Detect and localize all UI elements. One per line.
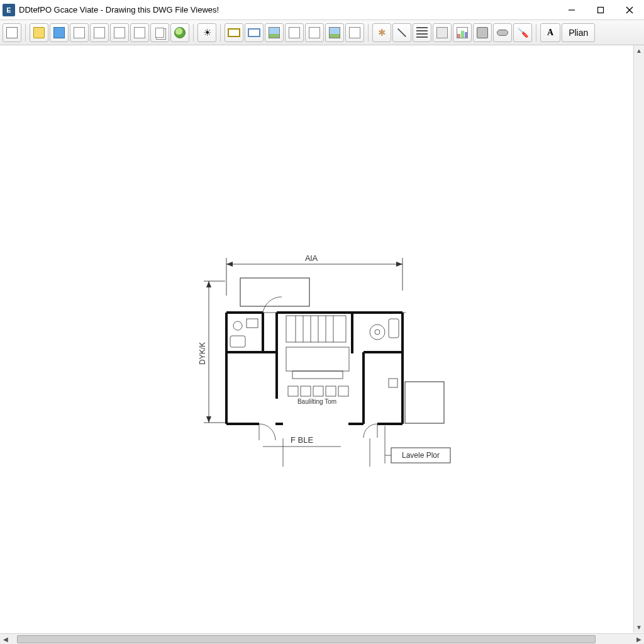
window-button[interactable] (245, 23, 264, 42)
svg-marker-13 (206, 416, 211, 423)
scroll-up-icon[interactable]: ▲ (634, 45, 644, 56)
svg-rect-37 (247, 319, 258, 328)
page-setup-icon (74, 27, 85, 38)
star-icon: ✱ (378, 27, 386, 38)
chart-icon (457, 27, 468, 38)
svg-rect-54 (326, 386, 336, 396)
toolbar-separator (536, 24, 536, 42)
pages-icon (155, 28, 164, 38)
scroll-thumb[interactable] (17, 635, 596, 643)
svg-rect-38 (230, 336, 245, 347)
chart-button[interactable] (453, 23, 472, 42)
line-button[interactable] (392, 23, 411, 42)
save-button[interactable] (50, 23, 69, 42)
toolbar-separator (368, 24, 369, 42)
sun-button[interactable]: ☀ (197, 23, 216, 42)
colorwheel-button[interactable] (305, 23, 324, 42)
measure-button[interactable]: 🪛 (513, 23, 532, 42)
svg-marker-8 (396, 262, 402, 267)
globe-button[interactable] (170, 23, 189, 42)
dim-top-label: AlA (305, 253, 318, 263)
scroll-track[interactable] (11, 634, 633, 645)
window-icon (248, 28, 260, 37)
svg-rect-52 (301, 386, 311, 396)
list-button[interactable] (413, 23, 431, 42)
toolbar-separator (193, 24, 194, 42)
window-controls (557, 0, 644, 19)
minimize-button[interactable] (557, 0, 586, 20)
rect-frame-icon (228, 28, 240, 37)
svg-rect-39 (286, 316, 346, 342)
colorwheel-icon (309, 27, 320, 38)
svg-marker-12 (206, 281, 211, 287)
folder-button[interactable] (433, 23, 452, 42)
list-icon (416, 27, 428, 38)
tape-button[interactable] (493, 23, 512, 42)
measure-icon: 🪛 (517, 27, 528, 38)
page-icon-2 (134, 27, 145, 38)
horizontal-scrollbar[interactable]: ◀ ▶ (0, 633, 644, 644)
tag-label: Lavele Plor (402, 451, 440, 460)
dimension-top: AlA (226, 253, 402, 296)
layers-button[interactable] (325, 23, 344, 42)
toolbar: ☀ ✱ 🪛 A Plian (0, 20, 644, 45)
star-button[interactable]: ✱ (372, 23, 391, 42)
sun-icon: ☀ (203, 27, 211, 38)
maximize-button[interactable] (586, 0, 615, 20)
folder-icon (436, 27, 448, 38)
tape-icon (497, 30, 508, 36)
plan-tag: Lavele Plor (391, 448, 450, 463)
globe-icon (174, 27, 186, 38)
svg-rect-48 (389, 319, 399, 338)
scroll-right-icon[interactable]: ▶ (633, 634, 644, 645)
svg-rect-51 (288, 386, 298, 396)
camera-icon (477, 27, 488, 38)
camera-button[interactable] (473, 23, 492, 42)
svg-point-46 (370, 325, 385, 340)
dimension-left: DYK/K (198, 281, 225, 423)
new-file-button[interactable] (3, 23, 21, 42)
page-button-1[interactable] (110, 23, 129, 42)
drawing-canvas[interactable]: AlA DYK/K (0, 45, 644, 633)
pages-button[interactable] (150, 23, 169, 42)
line-icon (397, 28, 406, 36)
image-icon (269, 27, 280, 38)
svg-rect-55 (338, 386, 348, 396)
scroll-down-icon[interactable]: ▼ (634, 622, 644, 633)
svg-point-36 (233, 321, 242, 330)
open-file-icon (33, 27, 45, 38)
window-title: DDtefPO Gcace Viate - Drawing this DWG F… (19, 5, 557, 14)
page-button-2[interactable] (130, 23, 149, 42)
bottom-label: F BLE (291, 435, 313, 445)
svg-marker-7 (226, 262, 233, 267)
svg-rect-18 (240, 278, 309, 306)
floor-plan-drawing: AlA DYK/K (189, 215, 459, 467)
image-button[interactable] (265, 23, 284, 42)
eye-button[interactable] (285, 23, 304, 42)
new-file-icon (6, 27, 18, 38)
svg-rect-49 (286, 347, 349, 371)
export-button[interactable] (345, 23, 364, 42)
close-button[interactable] (615, 0, 644, 20)
print-preview-button[interactable] (90, 23, 109, 42)
dim-left-label: DYK/K (198, 342, 207, 365)
eye-icon (289, 27, 300, 38)
save-icon (53, 27, 65, 38)
svg-rect-56 (389, 379, 397, 387)
exterior-walls (226, 313, 402, 424)
frame-button[interactable] (225, 23, 243, 42)
text-tool-button[interactable]: A (540, 23, 560, 42)
page-setup-button[interactable] (70, 23, 89, 42)
plan-button[interactable]: Plian (562, 23, 595, 42)
open-file-button[interactable] (30, 23, 48, 42)
vertical-scrollbar[interactable]: ▲ ▼ (633, 45, 644, 633)
svg-rect-53 (313, 386, 323, 396)
svg-rect-1 (598, 8, 604, 13)
scroll-left-icon[interactable]: ◀ (0, 634, 11, 645)
titlebar: E DDtefPO Gcace Viate - Drawing this DWG… (0, 0, 644, 20)
toolbar-separator (220, 24, 221, 42)
print-preview-icon (94, 27, 105, 38)
page-icon-1 (114, 27, 125, 38)
svg-rect-50 (292, 371, 343, 379)
layers-icon (329, 27, 340, 38)
